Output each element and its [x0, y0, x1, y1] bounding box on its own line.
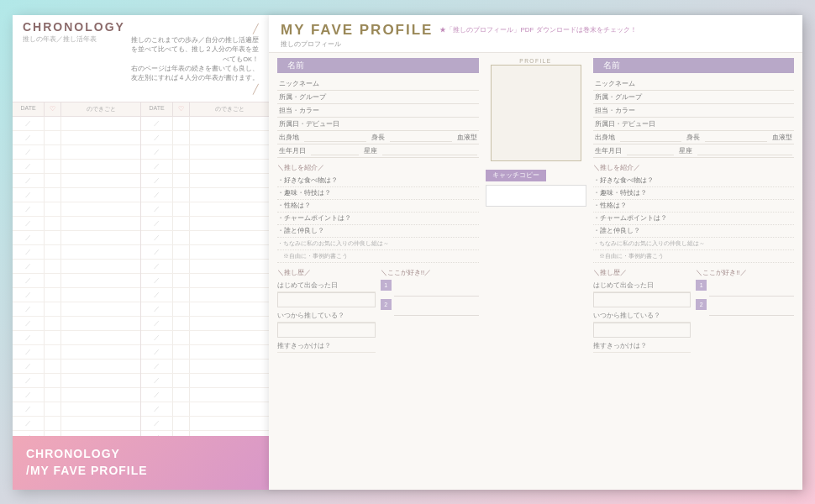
name-badge-right: 名前 [593, 58, 795, 73]
oshi-reason-left: 推すきっかけは？ [277, 340, 376, 353]
row-heart [173, 117, 190, 130]
oshi-history-left: ＼推し歴／ はじめて出会った日 いつから推している？ 推すきっかけは？ [277, 268, 376, 353]
row-heart [173, 274, 190, 287]
field-row-bday-left: 生年月日 星座 [277, 144, 479, 158]
row-content [190, 217, 269, 230]
profile-center-col: PROFILE キャッチコピー [486, 58, 586, 485]
field-height-label-right: 身長 [686, 133, 700, 142]
row-date: ／ [141, 145, 173, 159]
table-row: ／ [13, 231, 140, 245]
row-date: ／ [13, 202, 45, 216]
row-content [61, 331, 140, 344]
row-content [190, 360, 269, 373]
profile-pdf-note: ★「推しのプロフィール」PDF ダウンロードは巻末をチェック！ [439, 25, 636, 34]
sub-sections-right: ＼推し歴／ はじめて出会った日 いつから推している？ 推すきっかけは？ ＼ここが… [593, 268, 795, 353]
row-heart [45, 402, 61, 416]
table-row: ／ [141, 131, 269, 145]
table-row: ／ [13, 274, 140, 288]
row-heart [45, 417, 61, 430]
row-content [190, 145, 269, 159]
row-heart [173, 131, 190, 144]
row-date: ／ [13, 260, 45, 273]
row-content [190, 160, 269, 173]
row-content [190, 288, 269, 302]
row-content [190, 317, 269, 330]
chrono-note: ╱ 推しのこれまでの歩み／自分の推し活遍歴を並べて比べても、推し２人分の年表を並… [125, 20, 259, 97]
row-date: ／ [13, 374, 45, 387]
profile-title-row: MY FAVE PROFILE ★「推しのプロフィール」PDF ダウンロードは巻… [281, 22, 791, 39]
sub-sections-left: ＼推し歴／ はじめて出会った日 いつから推している？ 推すきっかけは？ ＼ここが… [277, 268, 479, 353]
profile-header: MY FAVE PROFILE ★「推しのプロフィール」PDF ダウンロードは巻… [269, 15, 802, 53]
row-content [190, 374, 269, 387]
row-date: ／ [141, 202, 173, 216]
row-date: ／ [13, 160, 45, 173]
field-row-bday-right: 生年月日 星座 [593, 144, 795, 158]
row-heart [45, 245, 61, 259]
row-content [190, 174, 269, 187]
row-content [190, 302, 269, 316]
chrono-header: CHRONOLOGY 推しの年表／推し活年表 ╱ 推しのこれまでの歩み／自分の推… [13, 15, 269, 102]
row-content [190, 274, 269, 287]
field-debut-left: 所属日・デビュー日 [277, 118, 479, 131]
name-badge-left: 名前 [277, 58, 479, 73]
row-content [190, 202, 269, 216]
intro-title-left: ＼推しを紹介／ [277, 163, 479, 172]
oshi-history-title-right: ＼推し歴／ [593, 268, 691, 277]
intro-item-6-left: ・ちなみに私のお気に入りの仲良し組は～ [277, 238, 479, 250]
koko-num-1-left: 1 [381, 280, 392, 291]
row-heart [45, 360, 61, 373]
field-blood-label-right: 血液型 [772, 133, 792, 142]
table-row: ／ [141, 388, 269, 402]
table-row: ／ [13, 145, 140, 160]
table-row: ／ [141, 231, 269, 245]
intro-item-2-left: ・趣味・特技は？ [277, 187, 479, 200]
profile-photo-box: PROFILE [491, 65, 581, 161]
row-content [61, 174, 140, 187]
table-row: ／ [141, 260, 269, 274]
row-content [190, 231, 269, 244]
row-heart [45, 202, 61, 216]
profile-subtitle: 推しのプロフィール [281, 39, 791, 49]
field-color-right: 担当・カラー [593, 104, 795, 118]
koko-section-left: ＼ここが好き!!／ 1 2 [381, 268, 479, 353]
profile-main-title: MY FAVE PROFILE [281, 22, 433, 39]
col-header-right: DATE ♡ のできごと [141, 102, 269, 117]
catch-copy-button[interactable]: キャッチコピー [486, 170, 546, 181]
oshi-history-right: ＼推し歴／ はじめて出会った日 いつから推している？ 推すきっかけは？ [593, 268, 691, 353]
row-heart [173, 160, 190, 173]
table-row: ／ [141, 360, 269, 374]
row-content [190, 402, 269, 416]
table-row: ／ [13, 317, 140, 331]
table-row: ／ [141, 374, 269, 388]
field-birthday-label-right: 生年月日 [595, 146, 622, 155]
row-heart [45, 345, 61, 359]
row-date: ／ [141, 160, 173, 173]
table-row: ／ [13, 360, 140, 374]
table-row: ／ [141, 274, 269, 288]
row-date: ／ [141, 374, 173, 387]
row-date: ／ [141, 217, 173, 230]
row-heart [45, 302, 61, 316]
row-date: ／ [141, 345, 173, 359]
table-row: ／ [13, 245, 140, 260]
table-row: ／ [13, 331, 140, 345]
table-row: ／ [13, 131, 140, 145]
chrono-label-line2: /MY FAVE PROFILE [26, 463, 255, 480]
row-heart [45, 231, 61, 244]
catch-copy-area[interactable] [486, 185, 586, 207]
intro-item-7-right: ※自由に・事例約書こう [593, 250, 795, 263]
col-できごと-right: のできごと [190, 102, 269, 116]
row-heart [45, 160, 61, 173]
intro-item-3-left: ・性格は？ [277, 200, 479, 213]
row-content [61, 245, 140, 259]
row-content [61, 374, 140, 387]
row-heart [45, 288, 61, 302]
row-content [61, 131, 140, 144]
intro-item-5-right: ・誰と仲良し？ [593, 225, 795, 238]
table-row: ／ [13, 174, 140, 188]
row-date: ／ [13, 288, 45, 302]
row-date: ／ [141, 188, 173, 202]
intro-item-1-right: ・好きな食べ物は？ [593, 175, 795, 187]
row-date: ／ [141, 388, 173, 402]
table-row: ／ [141, 202, 269, 217]
